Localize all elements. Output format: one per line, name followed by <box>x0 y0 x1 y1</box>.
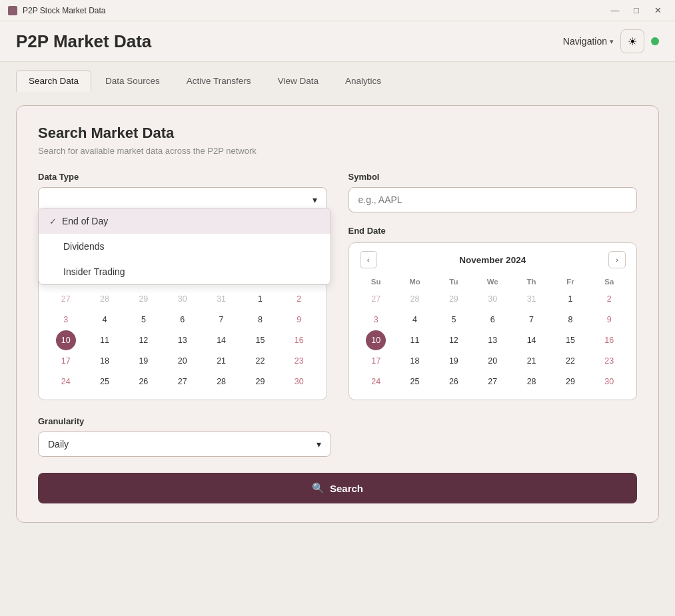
tab-analytics[interactable]: Analytics <box>333 70 394 92</box>
cal-day[interactable]: 3 <box>366 310 386 330</box>
cal-day[interactable]: 18 <box>405 351 425 371</box>
end-cal-prev[interactable]: ‹ <box>360 251 377 268</box>
cal-day[interactable]: 21 <box>522 351 542 371</box>
dropdown-option-end-of-day[interactable]: ✓ End of Day <box>39 208 331 234</box>
cal-day[interactable]: 28 <box>211 372 231 392</box>
tab-search-data[interactable]: Search Data <box>16 70 91 92</box>
cal-day[interactable]: 30 <box>289 372 309 392</box>
cal-day[interactable]: 8 <box>560 310 580 330</box>
cal-day[interactable]: 12 <box>444 330 464 350</box>
cal-day[interactable]: 20 <box>173 351 193 371</box>
cal-day[interactable]: 28 <box>405 289 425 309</box>
cal-day[interactable]: 3 <box>56 310 76 330</box>
cal-day[interactable]: 28 <box>95 289 115 309</box>
navigation-button[interactable]: Navigation ▾ <box>563 36 614 47</box>
cal-day[interactable]: 24 <box>56 372 76 392</box>
search-title: Search Market Data <box>38 125 637 142</box>
app-title: P2P Market Data <box>16 31 151 52</box>
cal-day[interactable]: 21 <box>211 351 231 371</box>
cal-day[interactable]: 4 <box>95 310 115 330</box>
cal-day[interactable]: 24 <box>366 372 386 392</box>
tab-view-data[interactable]: View Data <box>265 70 331 92</box>
cal-day[interactable]: 1 <box>250 289 270 309</box>
cal-day[interactable]: 25 <box>405 372 425 392</box>
granularity-dropdown[interactable]: Daily ▾ <box>38 432 331 457</box>
dropdown-option-dividends[interactable]: Dividends <box>39 234 331 259</box>
cal-day[interactable]: 11 <box>95 330 115 350</box>
header-right: Navigation ▾ ☀ <box>563 29 659 53</box>
cal-day[interactable]: 13 <box>482 330 502 350</box>
cal-day[interactable]: 30 <box>482 289 502 309</box>
cal-day[interactable]: 9 <box>289 310 309 330</box>
granularity-value: Daily <box>48 439 69 450</box>
cal-day[interactable]: 15 <box>250 330 270 350</box>
cal-day[interactable]: 31 <box>522 289 542 309</box>
cal-day[interactable]: 13 <box>173 330 193 350</box>
end-cal-next[interactable]: › <box>608 251 626 268</box>
cal-day[interactable]: 29 <box>250 372 270 392</box>
cal-day[interactable]: 14 <box>211 330 231 350</box>
cal-day[interactable]: 26 <box>444 372 464 392</box>
cal-day[interactable]: 5 <box>133 310 153 330</box>
cal-day[interactable]: 15 <box>560 330 580 350</box>
cal-day[interactable]: 9 <box>599 310 619 330</box>
cal-day[interactable]: 19 <box>133 351 153 371</box>
cal-day[interactable]: 6 <box>173 310 193 330</box>
cal-day[interactable]: 16 <box>289 330 309 350</box>
cal-day[interactable]: 17 <box>366 351 386 371</box>
cal-day[interactable]: 1 <box>560 289 580 309</box>
cal-day[interactable]: 22 <box>560 351 580 371</box>
cal-day[interactable]: 4 <box>405 310 425 330</box>
maximize-button[interactable]: □ <box>627 4 646 17</box>
cal-day[interactable]: 26 <box>133 372 153 392</box>
end-cal-grid: Su Mo Tu We Th Fr Sa 27 28 29 30 31 1 <box>357 275 629 392</box>
sun-icon: ☀ <box>628 35 637 48</box>
theme-toggle-button[interactable]: ☀ <box>620 29 644 53</box>
tab-data-sources[interactable]: Data Sources <box>93 70 173 92</box>
cal-day[interactable]: 20 <box>482 351 502 371</box>
cal-day[interactable]: 27 <box>173 372 193 392</box>
minimize-button[interactable]: — <box>606 4 624 17</box>
cal-day[interactable]: 6 <box>482 310 502 330</box>
cal-day[interactable]: 16 <box>599 330 619 350</box>
cal-day-today[interactable]: 10 <box>366 330 386 350</box>
dropdown-option-insider-trading[interactable]: Insider Trading <box>39 259 331 284</box>
cal-day[interactable]: 23 <box>289 351 309 371</box>
cal-day[interactable]: 29 <box>560 372 580 392</box>
cal-day[interactable]: 27 <box>366 289 386 309</box>
dow-mo: Mo <box>396 275 434 288</box>
cal-day[interactable]: 8 <box>250 310 270 330</box>
main-content: Search Market Data Search for available … <box>0 92 675 616</box>
cal-day[interactable]: 27 <box>56 289 76 309</box>
cal-day[interactable]: 7 <box>522 310 542 330</box>
tab-active-transfers[interactable]: Active Transfers <box>174 70 264 92</box>
cal-day[interactable]: 22 <box>250 351 270 371</box>
cal-day[interactable]: 17 <box>56 351 76 371</box>
cal-day[interactable]: 11 <box>405 330 425 350</box>
cal-day[interactable]: 28 <box>522 372 542 392</box>
cal-day-today[interactable]: 10 <box>56 330 76 350</box>
end-date-calendar: ‹ November 2024 › Su Mo Tu We Th Fr Sa 2… <box>348 242 638 400</box>
cal-day[interactable]: 30 <box>173 289 193 309</box>
cal-day[interactable]: 14 <box>522 330 542 350</box>
symbol-input[interactable] <box>348 187 638 212</box>
check-icon: ✓ <box>49 216 57 226</box>
end-date-section: End Date ‹ November 2024 › Su Mo Tu We T… <box>348 226 638 400</box>
cal-day[interactable]: 19 <box>444 351 464 371</box>
cal-day[interactable]: 30 <box>599 372 619 392</box>
cal-day[interactable]: 12 <box>133 330 153 350</box>
search-button-label: Search <box>330 483 363 494</box>
cal-day[interactable]: 25 <box>95 372 115 392</box>
search-button[interactable]: 🔍 Search <box>38 473 637 503</box>
cal-day[interactable]: 2 <box>289 289 309 309</box>
cal-day[interactable]: 31 <box>211 289 231 309</box>
cal-day[interactable]: 5 <box>444 310 464 330</box>
cal-day[interactable]: 29 <box>444 289 464 309</box>
cal-day[interactable]: 27 <box>482 372 502 392</box>
cal-day[interactable]: 29 <box>133 289 153 309</box>
close-button[interactable]: ✕ <box>648 4 667 17</box>
cal-day[interactable]: 18 <box>95 351 115 371</box>
cal-day[interactable]: 7 <box>211 310 231 330</box>
cal-day[interactable]: 23 <box>599 351 619 371</box>
cal-day[interactable]: 2 <box>599 289 619 309</box>
